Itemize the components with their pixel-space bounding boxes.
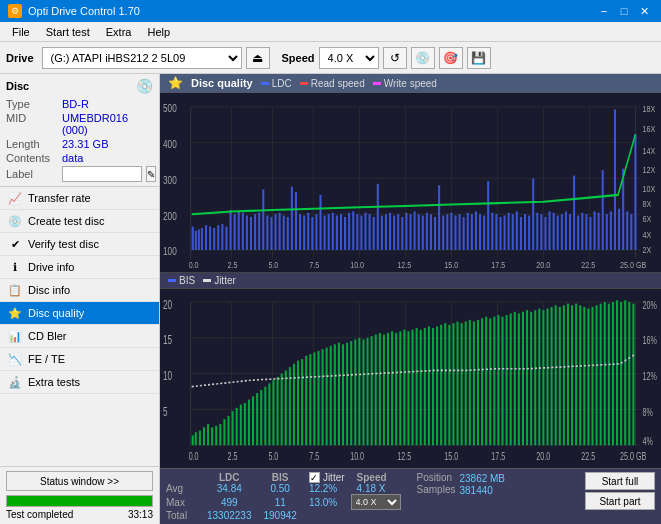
svg-rect-181 — [248, 400, 250, 446]
disc-contents-field: Contents data — [6, 152, 153, 164]
svg-rect-83 — [463, 217, 465, 250]
svg-rect-234 — [465, 322, 467, 446]
svg-rect-29 — [242, 213, 244, 250]
svg-rect-63 — [381, 216, 383, 250]
svg-rect-117 — [602, 170, 604, 250]
sidebar-item-fe-te[interactable]: 📉 FE / TE — [0, 348, 159, 371]
svg-rect-257 — [559, 307, 561, 445]
main-content: Disc 💿 Type BD-R MID UMEBDR016 (000) Len… — [0, 74, 661, 524]
svg-rect-239 — [485, 317, 487, 446]
save-button[interactable]: 💾 — [467, 47, 491, 69]
nav-label-drive-info: Drive info — [28, 261, 74, 273]
svg-rect-241 — [493, 317, 495, 446]
eject-button[interactable]: ⏏ — [246, 47, 270, 69]
svg-text:15.0: 15.0 — [444, 259, 458, 270]
svg-rect-33 — [258, 213, 260, 250]
length-label: Length — [6, 138, 58, 150]
svg-rect-121 — [618, 209, 620, 250]
type-value: BD-R — [62, 98, 89, 110]
svg-rect-70 — [409, 214, 411, 250]
svg-rect-114 — [589, 217, 591, 250]
label-edit-button[interactable]: ✎ — [146, 166, 156, 182]
target-button[interactable]: 🎯 — [439, 47, 463, 69]
svg-rect-102 — [540, 214, 542, 250]
total-ldc: 13302233 — [201, 510, 258, 521]
verify-test-disc-icon: ✔ — [8, 237, 22, 251]
svg-rect-244 — [506, 315, 508, 445]
sidebar-item-extra-tests[interactable]: 🔬 Extra tests — [0, 371, 159, 394]
speed-select[interactable]: 4.0 X — [319, 47, 379, 69]
svg-rect-223 — [420, 330, 422, 446]
menu-extra[interactable]: Extra — [98, 25, 140, 39]
sidebar-item-disc-info[interactable]: 📋 Disc info — [0, 279, 159, 302]
drive-select[interactable]: (G:) ATAPI iHBS212 2 5L09 — [42, 47, 242, 69]
status-window-button[interactable]: Status window >> — [6, 471, 153, 491]
nav-label-transfer-rate: Transfer rate — [28, 192, 91, 204]
svg-rect-119 — [610, 211, 612, 250]
svg-text:10X: 10X — [643, 183, 656, 194]
menu-file[interactable]: File — [4, 25, 38, 39]
svg-rect-175 — [223, 419, 225, 445]
svg-rect-213 — [379, 333, 381, 445]
svg-rect-113 — [585, 214, 587, 250]
svg-rect-264 — [587, 309, 589, 446]
disc-button[interactable]: 💿 — [411, 47, 435, 69]
svg-rect-112 — [581, 213, 583, 250]
svg-rect-197 — [313, 352, 315, 445]
svg-rect-32 — [254, 214, 256, 250]
disc-info-icon: 📋 — [8, 283, 22, 297]
nav-label-fe-te: FE / TE — [28, 353, 65, 365]
svg-rect-52 — [336, 216, 338, 250]
nav-label-verify-test-disc: Verify test disc — [28, 238, 99, 250]
svg-rect-39 — [283, 216, 285, 250]
sidebar-item-disc-quality[interactable]: ⭐ Disc quality — [0, 302, 159, 325]
sidebar-item-drive-info[interactable]: ℹ Drive info — [0, 256, 159, 279]
svg-rect-231 — [452, 323, 454, 445]
status-text: Test completed — [6, 509, 73, 520]
svg-rect-69 — [405, 213, 407, 250]
sidebar-item-cd-bler[interactable]: 📊 CD Bler — [0, 325, 159, 348]
sidebar-item-verify-test-disc[interactable]: ✔ Verify test disc — [0, 233, 159, 256]
svg-text:15.0: 15.0 — [444, 449, 458, 462]
svg-text:0.0: 0.0 — [189, 449, 199, 462]
app-title: Opti Drive Control 1.70 — [28, 5, 140, 17]
start-full-button[interactable]: Start full — [585, 472, 655, 490]
sidebar-item-create-test-disc[interactable]: 💿 Create test disc — [0, 210, 159, 233]
label-input[interactable] — [62, 166, 142, 182]
svg-rect-30 — [246, 216, 248, 250]
action-buttons: Start full Start part — [585, 472, 655, 510]
svg-rect-42 — [295, 192, 297, 250]
jitter-col-header: Jitter — [323, 472, 345, 483]
type-label: Type — [6, 98, 58, 110]
svg-rect-211 — [371, 336, 373, 445]
position-label: Position — [417, 472, 460, 484]
contents-value: data — [62, 152, 83, 164]
menu-start-test[interactable]: Start test — [38, 25, 98, 39]
svg-rect-188 — [277, 377, 279, 445]
svg-text:12.5: 12.5 — [397, 259, 411, 270]
svg-text:25.0 GB: 25.0 GB — [620, 449, 646, 462]
svg-rect-118 — [606, 214, 608, 250]
refresh-button[interactable]: ↺ — [383, 47, 407, 69]
disc-label-row: Label ✎ — [6, 166, 153, 182]
svg-rect-38 — [279, 213, 281, 250]
svg-rect-26 — [230, 210, 232, 250]
speed-label: Speed — [282, 52, 315, 64]
svg-rect-170 — [203, 427, 205, 445]
avg-speed: 4.18 X — [351, 483, 401, 494]
svg-rect-272 — [620, 302, 622, 445]
close-button[interactable]: ✕ — [635, 3, 653, 19]
menu-help[interactable]: Help — [139, 25, 178, 39]
svg-rect-40 — [287, 217, 289, 250]
maximize-button[interactable]: □ — [615, 3, 633, 19]
start-part-button[interactable]: Start part — [585, 492, 655, 510]
max-label: Max — [166, 494, 201, 510]
svg-rect-168 — [195, 432, 197, 445]
svg-rect-177 — [232, 411, 234, 445]
sidebar-item-transfer-rate[interactable]: 📈 Transfer rate — [0, 187, 159, 210]
svg-rect-87 — [479, 214, 481, 250]
speed-select-stats[interactable]: 4.0 X — [351, 494, 401, 510]
minimize-button[interactable]: − — [595, 3, 613, 19]
jitter-checkbox[interactable]: ✓ — [309, 472, 320, 483]
window-controls: − □ ✕ — [595, 3, 653, 19]
